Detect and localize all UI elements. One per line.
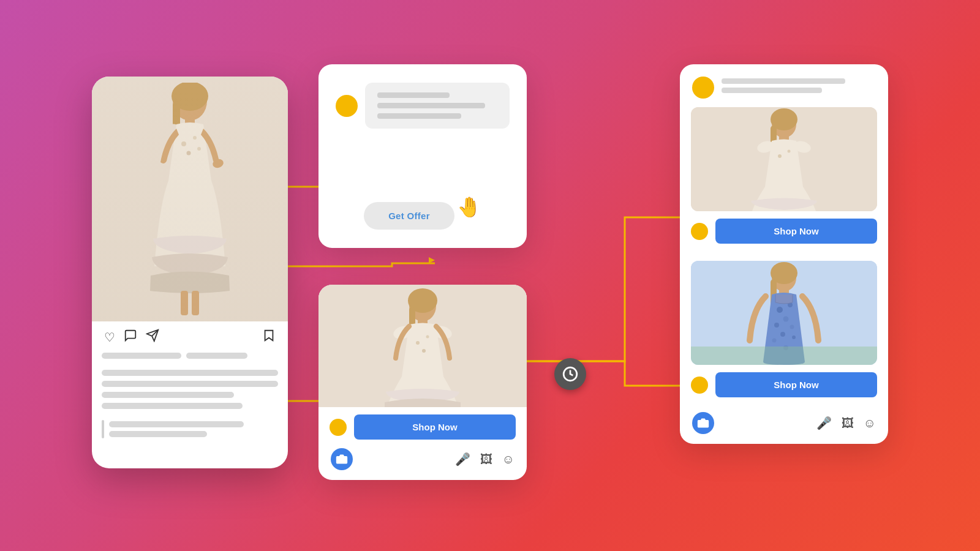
shop-now-button-middle[interactable]: Shop Now [354,414,516,440]
product-avatar-dot-middle [330,419,347,436]
offer-header [336,83,510,129]
user-avatar-dot [336,95,358,117]
svg-marker-1 [429,257,435,263]
svg-point-48 [783,317,789,322]
right-dress-bottom-svg [691,261,877,365]
right-panel: Shop Now [680,64,888,444]
panel-footer-middle: 🎤 🖼 ☺ [318,442,527,473]
mic-icon-middle[interactable]: 🎤 [455,452,470,467]
svg-point-51 [780,332,785,337]
svg-point-50 [790,325,794,329]
right-avatar-dot [692,77,714,99]
comment-icon[interactable] [124,329,137,345]
right-product-footer-bottom: Shop Now [691,372,877,397]
send-icon[interactable] [146,329,159,345]
svg-point-28 [416,341,420,345]
get-offer-button[interactable]: Get Offer [364,202,454,230]
svg-point-53 [792,335,796,339]
phone-text-block [92,353,288,409]
right-product-top: Shop Now [680,99,888,252]
image-icon-middle[interactable]: 🖼 [480,452,492,467]
phone-icons-row: ♡ [92,321,288,353]
right-top-bar [680,64,888,99]
product-image-middle [318,285,527,407]
phone-card: ♡ [92,77,288,468]
sticker-icon-middle[interactable]: ☺ [502,452,514,467]
svg-point-46 [777,307,783,313]
svg-point-30 [422,349,426,353]
right-product-image-top [691,107,877,211]
right-panel-footer: 🎤 🖼 ☺ [680,406,888,437]
svg-point-40 [788,150,791,153]
right-product-dot-top [691,223,708,240]
cursor-hand-icon: 🤚 [457,195,481,219]
svg-point-39 [778,154,782,158]
svg-point-52 [772,339,777,343]
product-panel-bottom: Shop Now [318,407,527,442]
right-text-block [722,78,876,97]
svg-point-29 [426,335,429,339]
product-dress-svg [318,285,527,407]
mic-icon-right[interactable]: 🎤 [816,416,832,430]
product-panel-middle: Shop Now 🎤 🖼 ☺ [318,285,527,480]
sticker-icon-right[interactable]: ☺ [864,416,876,430]
heart-icon[interactable]: ♡ [104,330,115,345]
shop-now-button-right-top[interactable]: Shop Now [715,219,877,244]
camera-button-right[interactable] [692,412,714,434]
offer-text-block [365,83,510,129]
svg-marker-20 [265,331,273,341]
camera-button-middle[interactable] [331,448,353,470]
svg-point-49 [774,323,779,328]
svg-point-56 [701,422,706,426]
right-product-bottom: Shop Now [680,252,888,406]
right-product-image-bottom [691,261,877,365]
offer-panel: Get Offer 🤚 [318,64,527,248]
svg-rect-55 [691,347,877,365]
right-product-footer-top: Shop Now [691,219,877,244]
image-icon-right[interactable]: 🖼 [842,416,854,430]
comment-section [92,414,288,438]
phone-photo [92,77,288,321]
bookmark-icon[interactable] [262,329,276,345]
svg-point-31 [340,458,344,462]
right-product-dot-bottom [691,377,708,394]
right-dress-top-svg [691,107,877,211]
clock-badge [554,358,586,390]
shop-now-button-right-bottom[interactable]: Shop Now [715,372,877,397]
